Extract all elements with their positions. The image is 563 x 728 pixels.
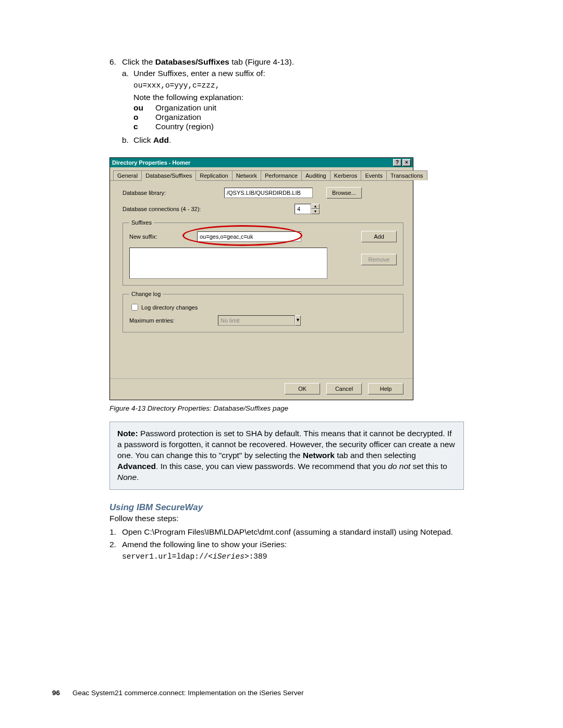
secureway-intro: Follow these steps: — [109, 514, 464, 523]
note-network: Network — [303, 451, 335, 460]
sw-code-ital: <iSeries> — [208, 552, 249, 561]
tab-database-suffixes[interactable]: Database/Suffixes — [141, 170, 196, 181]
section-heading: Using IBM SecureWay — [109, 502, 464, 513]
chevron-down-icon[interactable]: ▼ — [295, 315, 301, 326]
step-6b-number: b. — [122, 135, 133, 145]
db-connections-input[interactable] — [295, 204, 311, 214]
suffixes-group: Suffixes New suffix: Add — [123, 219, 403, 286]
browse-button[interactable]: Browse... — [326, 187, 362, 199]
log-changes-checkbox[interactable] — [131, 304, 138, 311]
tab-network[interactable]: Network — [232, 170, 261, 180]
dialog-tabs: General Database/Suffixes Replication Ne… — [110, 167, 413, 181]
note-t5: . — [137, 473, 139, 482]
note-donot: do not — [388, 462, 410, 471]
tab-general[interactable]: General — [113, 170, 142, 180]
dialog-titlebar[interactable]: Directory Properties - Homer ? × — [110, 158, 413, 167]
def-c-val: Country (region) — [155, 122, 214, 131]
step-6a: a. Under Suffixes, enter a new suffix of… — [122, 69, 464, 78]
sw-step1: 1. Open C:\Program Files\IBM\LDAP\etc\dm… — [109, 527, 464, 537]
max-entries-combo[interactable]: ▼ — [218, 315, 286, 326]
suffixes-legend: Suffixes — [129, 219, 154, 226]
tab-performance[interactable]: Performance — [261, 170, 302, 180]
step-6a-text: Under Suffixes, enter a new suffix of: — [133, 69, 265, 78]
tab-auditing[interactable]: Auditing — [301, 170, 331, 180]
tab-kerberos[interactable]: Kerberos — [330, 170, 362, 180]
note-t3: . In this case, you can view passwords. … — [156, 462, 388, 471]
step6b-pre: Click — [133, 135, 153, 144]
page-number: 96 — [52, 689, 60, 697]
new-suffix-label: New suffix: — [129, 233, 197, 240]
step6-explain: Note the following explanation: — [133, 93, 464, 102]
note-none: None — [117, 473, 137, 482]
tab-replication[interactable]: Replication — [195, 170, 232, 180]
step-6-number: 6. — [109, 57, 122, 67]
def-o-key: o — [133, 113, 155, 122]
step-6: 6. Click the Databases/Suffixes tab (Fig… — [109, 57, 464, 67]
def-ou-key: ou — [133, 103, 155, 113]
step6b-post: . — [169, 135, 171, 144]
step6b-bold: Add — [153, 135, 169, 144]
cancel-button[interactable]: Cancel — [326, 383, 362, 394]
tab-events[interactable]: Events — [361, 170, 387, 180]
help-button[interactable]: Help — [368, 383, 403, 394]
changelog-legend: Change log — [129, 291, 163, 297]
max-entries-label: Maximum entries: — [129, 317, 218, 324]
def-ou-val: Organization unit — [155, 103, 216, 113]
ok-button[interactable]: OK — [285, 383, 320, 394]
db-connections-spinner[interactable]: ▲ ▼ — [295, 204, 320, 214]
tab-transactions[interactable]: Transactions — [386, 170, 427, 180]
def-c-key: c — [133, 122, 155, 131]
figure-caption: Figure 4-13 Directory Properties: Databa… — [109, 404, 464, 412]
log-changes-label: Log directory changes — [141, 304, 198, 311]
sw-code: server1.url=ldap://<iSeries>:389 — [122, 552, 464, 561]
db-library-label: Database library: — [123, 190, 224, 196]
max-entries-value — [218, 315, 295, 326]
directory-properties-dialog: Directory Properties - Homer ? × General… — [109, 157, 413, 400]
step-6a-number: a. — [122, 69, 133, 78]
note-advanced: Advanced — [117, 462, 156, 471]
page-footer: 96 Geac System21 commerce.connect: Imple… — [52, 689, 303, 697]
spinner-down-icon[interactable]: ▼ — [311, 209, 320, 214]
sw-step2: 2. Amend the following line to show your… — [109, 540, 464, 549]
step6-pre: Click the — [122, 57, 155, 66]
step6-post: tab (Figure 4-13). — [229, 57, 294, 66]
sw-step1-text: Open C:\Program Files\IBM\LDAP\etc\dmt.c… — [122, 527, 453, 537]
changelog-group: Change log Log directory changes Maximum… — [123, 291, 403, 332]
sw-code-pre: server1.url=ldap:// — [122, 552, 208, 561]
sw-code-post: :389 — [249, 552, 267, 561]
footer-text: Geac System21 commerce.connect: Implemen… — [72, 689, 303, 697]
spinner-up-icon[interactable]: ▲ — [311, 204, 320, 209]
step-6b: b. Click Add. — [122, 135, 464, 145]
new-suffix-input[interactable] — [197, 231, 301, 242]
def-o-val: Organization — [155, 113, 201, 122]
sw-step1-num: 1. — [109, 527, 122, 537]
step6-bold: Databases/Suffixes — [155, 57, 229, 66]
note-label: Note: — [117, 429, 138, 438]
add-button[interactable]: Add — [361, 231, 397, 242]
remove-button[interactable]: Remove — [361, 254, 397, 265]
close-icon[interactable]: × — [402, 159, 411, 166]
db-library-input[interactable] — [224, 188, 313, 198]
note-box: Note: Password protection is set to SHA … — [109, 422, 464, 490]
db-connections-label: Database connections (4 - 32): — [123, 206, 295, 212]
step6-code: ou=xxx,o=yyy,c=zzz, — [133, 81, 464, 90]
note-t2: tab and then selecting — [335, 451, 416, 460]
suffixes-listbox[interactable] — [129, 248, 327, 279]
help-icon[interactable]: ? — [393, 159, 401, 166]
dialog-title: Directory Properties - Homer — [112, 159, 190, 166]
sw-step2-text: Amend the following line to show your iS… — [122, 540, 287, 549]
note-t4: set this to — [410, 462, 447, 471]
sw-step2-num: 2. — [109, 540, 122, 549]
